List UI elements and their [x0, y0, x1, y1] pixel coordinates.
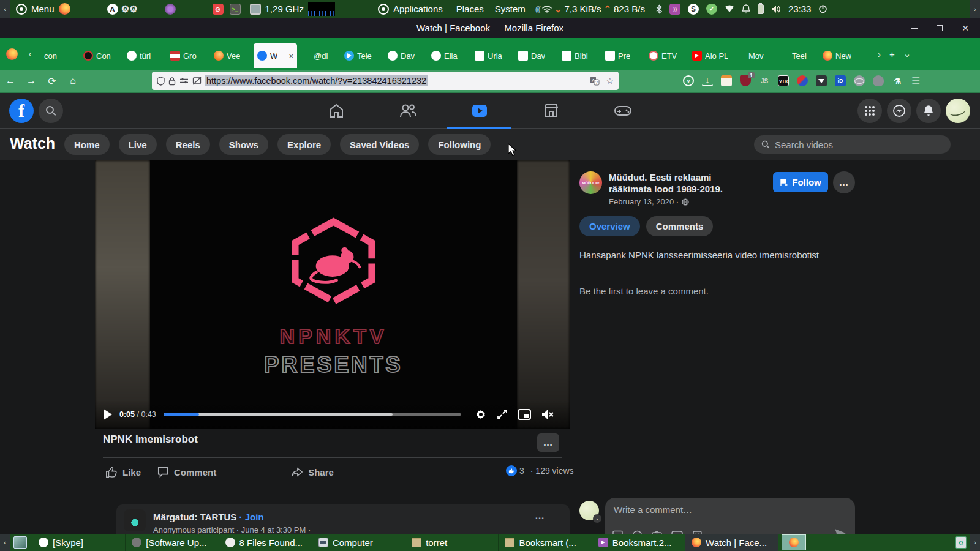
battery-icon[interactable]	[758, 4, 764, 14]
fullscreen-button[interactable]	[497, 409, 508, 420]
extension-icon[interactable]	[816, 75, 827, 86]
browser-tab[interactable]: ETV	[645, 43, 688, 68]
page-name-link[interactable]: Müüdud. Eesti reklaami rääkimata lood 19…	[609, 171, 756, 195]
system-monitor-graph[interactable]	[308, 2, 335, 16]
tab-overview[interactable]: Overview	[579, 216, 640, 236]
applications-menu[interactable]: Applications	[378, 4, 443, 15]
bluetooth-icon[interactable]	[656, 4, 662, 14]
browser-tab[interactable]: Elia	[428, 43, 471, 68]
nav-home-tab[interactable]	[300, 93, 372, 129]
reload-button[interactable]: ⟳	[42, 75, 62, 87]
tracking-shield-icon[interactable]	[157, 77, 165, 86]
browser-tab[interactable]: Mov	[732, 43, 775, 68]
taskbar-window-button[interactable]: [Skype]	[32, 534, 125, 551]
translate-icon[interactable]: A?	[590, 76, 600, 86]
video-search-input[interactable]: Search videos	[754, 135, 951, 154]
cpu-frequency[interactable]: 1,29 GHz	[265, 4, 304, 14]
settings-gears-icon[interactable]: ⚙⚙	[124, 4, 135, 15]
terminal-icon[interactable]: >_	[230, 4, 241, 15]
extension-icon[interactable]: ⚗	[892, 75, 903, 86]
play-icon[interactable]	[104, 409, 112, 420]
taskbar-window-button[interactable]: Booksmart (...	[498, 534, 591, 551]
shield-check-icon[interactable]: ✓	[706, 4, 717, 15]
lock-icon[interactable]	[168, 77, 176, 86]
power-icon[interactable]	[818, 4, 827, 13]
post-more-button[interactable]: …	[833, 171, 855, 193]
taskbar-window-button[interactable]: Watch | Face...	[685, 534, 778, 551]
taskbar-collapse-left-icon[interactable]: ‹	[0, 534, 10, 551]
commenter-avatar[interactable]	[579, 501, 599, 520]
group-post-more-button[interactable]: …	[535, 511, 545, 522]
apps-grid-button[interactable]	[858, 99, 882, 123]
taskbar-collapse-right-icon[interactable]: ›	[970, 534, 980, 551]
skype-tray-icon[interactable]: S	[688, 4, 699, 15]
like-button[interactable]: Like	[105, 462, 141, 482]
bookmark-star-icon[interactable]: ☆	[606, 76, 614, 86]
nav-watch-tab[interactable]	[443, 93, 515, 129]
search-tool-icon[interactable]: A	[107, 4, 118, 15]
facebook-logo[interactable]: f	[9, 99, 34, 123]
extension-icon[interactable]	[854, 75, 865, 86]
taskbar-window-button[interactable]: Computer	[312, 534, 405, 551]
picture-in-picture-button[interactable]	[518, 409, 531, 420]
facebook-search-button[interactable]	[39, 99, 63, 123]
mute-button[interactable]	[541, 409, 554, 420]
extension-icon[interactable]: JS	[759, 75, 770, 86]
tor-browser-icon[interactable]	[165, 4, 176, 15]
extension-icon[interactable]: VTR	[778, 75, 789, 86]
clipboard-tray-icon[interactable]: ♻	[956, 536, 967, 549]
network-signal-icon[interactable]: (((	[535, 4, 540, 13]
browser-tab[interactable]: Alo PLAY	[688, 43, 732, 68]
minimize-button[interactable]	[905, 21, 922, 36]
volume-icon[interactable]	[771, 5, 781, 13]
wifi-icon[interactable]	[542, 5, 552, 13]
notifications-button[interactable]	[916, 99, 941, 123]
video-player[interactable]: NPNKTV PRESENTS 0:05 / 0:43	[95, 160, 570, 429]
places-menu[interactable]: Places	[456, 4, 484, 14]
browser-tab[interactable]: Dav	[384, 43, 428, 68]
nav-marketplace-tab[interactable]	[515, 93, 587, 129]
comment-input[interactable]: Write a comment… GIF	[605, 498, 855, 534]
panel-collapse-right-icon[interactable]: ›	[970, 0, 980, 18]
browser-tab[interactable]: Con	[80, 43, 123, 68]
wifi-applet-icon[interactable]	[725, 5, 734, 13]
share-button[interactable]: Share	[291, 462, 334, 482]
extension-icon[interactable]	[873, 75, 884, 86]
extension-icon[interactable]: 1	[740, 75, 751, 86]
nav-gaming-tab[interactable]	[587, 93, 658, 129]
taskbar-window-button[interactable]: torret	[405, 534, 498, 551]
panel-collapse-left-icon[interactable]: ‹	[0, 0, 10, 18]
main-menu[interactable]: Menu	[11, 3, 70, 15]
firefox-launcher-icon[interactable]	[59, 3, 70, 15]
browser-tab[interactable]: W ×	[254, 43, 297, 68]
forward-button[interactable]: →	[21, 75, 42, 86]
url-text[interactable]: https://www.facebook.com/watch/?v=213842…	[205, 75, 428, 86]
progress-bar[interactable]	[164, 413, 461, 416]
tab-list-dropdown-icon[interactable]: ⌄	[903, 48, 911, 59]
browser-tab[interactable]: @di	[297, 43, 341, 68]
net-up-speed[interactable]: 823 B/s	[614, 4, 645, 14]
new-tab-button[interactable]: +	[889, 49, 895, 59]
join-link[interactable]: · Join	[239, 512, 264, 522]
watch-tab-pill[interactable]: Following	[428, 134, 491, 155]
group-post-card[interactable]: Märgatud: TARTUS · Join Anonymous partic…	[116, 504, 570, 534]
show-desktop-button[interactable]	[13, 536, 27, 549]
browser-tab[interactable]: Teel	[775, 43, 819, 68]
watch-tab-pill[interactable]: Live	[119, 134, 157, 155]
send-comment-button[interactable]	[834, 528, 846, 534]
watch-tab-pill[interactable]: Saved Videos	[340, 134, 419, 155]
blocked-autoplay-icon[interactable]	[192, 77, 202, 85]
permissions-sliders-icon[interactable]	[179, 77, 189, 84]
extension-icon[interactable]: ↓	[702, 75, 713, 86]
follow-button[interactable]: Follow	[773, 172, 828, 192]
watch-tab-pill[interactable]: Reels	[166, 134, 210, 155]
panel-clock[interactable]: 23:33	[788, 4, 812, 14]
back-button[interactable]: ←	[0, 75, 21, 86]
browser-tab[interactable]: türi	[123, 43, 167, 68]
notification-bell-icon[interactable]	[742, 4, 750, 14]
net-down-speed[interactable]: 7,3 KiB/s	[564, 4, 601, 14]
firefox-launcher-highlighted[interactable]	[782, 534, 806, 550]
close-button[interactable]: ✕	[957, 21, 974, 36]
browser-tab[interactable]: Pre	[601, 43, 645, 68]
browser-tab[interactable]: Gro	[167, 43, 210, 68]
